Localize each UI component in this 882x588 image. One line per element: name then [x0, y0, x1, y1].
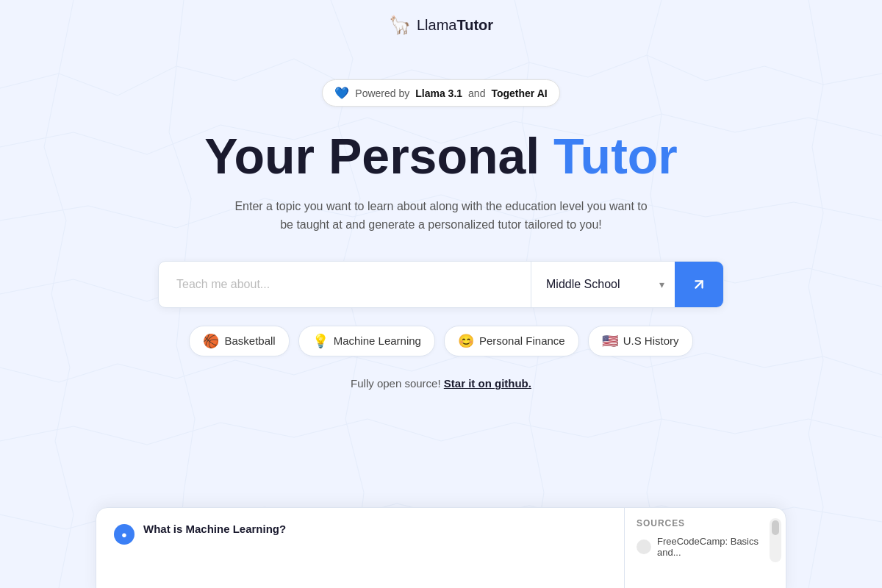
powered-by-badge: 💙 Powered by Llama 3.1 and Together AI [322, 79, 559, 107]
logo-icon: 🦙 [389, 15, 411, 35]
search-bar: Elementary School Middle School High Sch… [158, 261, 724, 308]
chip-basketball-label: Basketball [224, 334, 275, 347]
subtitle: Enter a topic you want to learn about al… [228, 197, 654, 234]
llama-version: Llama 3.1 [415, 87, 462, 99]
source-dot [637, 539, 651, 554]
svg-line-0 [695, 281, 702, 287]
chip-personal-finance-label: Personal Finance [479, 334, 565, 347]
chip-machine-learning-label: Machine Learning [334, 334, 421, 347]
chip-basketball[interactable]: 🏀 Basketball [189, 326, 289, 356]
logo: 🦙 LlamaTutor [389, 15, 493, 35]
open-source-section: Fully open source! Star it on github. [351, 377, 531, 390]
smiley-emoji: 😊 [458, 333, 474, 349]
search-input[interactable] [159, 262, 531, 307]
flag-emoji: 🇺🇸 [602, 333, 618, 349]
level-select[interactable]: Elementary School Middle School High Sch… [531, 262, 675, 307]
suggestion-chips: 🏀 Basketball 💡 Machine Learning 😊 Person… [189, 326, 692, 356]
bulb-emoji: 💡 [312, 333, 329, 349]
level-select-wrapper: Elementary School Middle School High Sch… [531, 262, 675, 307]
chat-avatar: ● [114, 524, 135, 545]
main-heading: Your Personal Tutor [204, 129, 678, 184]
source-label: FreeCodeCamp: Basics and... [657, 536, 774, 558]
logo-text: LlamaTutor [417, 17, 493, 34]
partner-name: Together AI [491, 87, 547, 99]
github-link[interactable]: Star it on github. [444, 377, 531, 390]
chip-personal-finance[interactable]: 😊 Personal Finance [444, 326, 579, 356]
sources-panel: SOURCES FreeCodeCamp: Basics and... [624, 508, 786, 588]
scroll-thumb [772, 520, 779, 535]
chip-machine-learning[interactable]: 💡 Machine Learning [298, 326, 435, 356]
preview-card: ● What is Machine Learning? SOURCES Free… [96, 507, 786, 588]
source-item: FreeCodeCamp: Basics and... [637, 536, 774, 558]
sources-header: SOURCES [637, 518, 774, 528]
preview-chat-area: ● What is Machine Learning? [96, 508, 624, 588]
conjunction: and [468, 87, 485, 99]
open-source-text: Fully open source! [351, 377, 441, 390]
sources-scrollbar[interactable] [770, 518, 781, 562]
chip-us-history[interactable]: 🇺🇸 U.S History [588, 326, 693, 356]
go-button[interactable] [675, 262, 723, 307]
powered-icon: 💙 [334, 86, 349, 100]
powered-prefix: Powered by [355, 87, 409, 99]
chip-us-history-label: U.S History [623, 334, 679, 347]
basketball-emoji: 🏀 [203, 333, 219, 349]
chat-question: What is Machine Learning? [143, 523, 286, 535]
